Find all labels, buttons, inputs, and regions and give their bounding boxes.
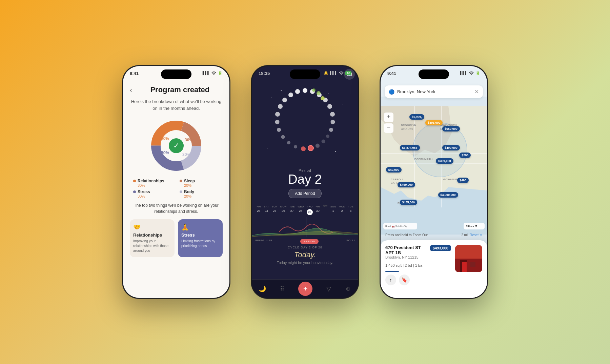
today-section: Today. Today might be your heaviest day. bbox=[252, 250, 358, 265]
price-bubble-450000[interactable]: $450,000 bbox=[398, 182, 415, 187]
search-input[interactable]: Brooklyn, New York bbox=[397, 89, 472, 94]
cal-day-wed28: WED28 bbox=[298, 205, 304, 215]
search-bar[interactable]: 🔵 Brooklyn, New York ✕ bbox=[385, 85, 483, 98]
status-icons-2: 🔔 ▌▌▌ 18 bbox=[324, 71, 351, 75]
price-bubble-399000[interactable]: $399,000 bbox=[436, 158, 453, 164]
svg-text:20%: 20% bbox=[161, 150, 169, 155]
cal-day-thu29-today: THU 29 bbox=[307, 205, 313, 215]
legend-pct-relationships: 30% bbox=[138, 183, 173, 187]
svg-text:−: − bbox=[387, 124, 391, 131]
svg-point-34 bbox=[287, 141, 290, 144]
property-address: 670 President ST APT 1B Brooklyn, NY 112… bbox=[385, 245, 430, 262]
nav-face-icon[interactable]: ☺ bbox=[345, 285, 351, 292]
card-rel-title: Relationships bbox=[133, 232, 171, 238]
card-stress[interactable]: 🧘 Stress Limiting frustrations by priori… bbox=[178, 219, 223, 257]
svg-point-14 bbox=[342, 104, 343, 104]
price-badge: $493,000 bbox=[430, 245, 451, 251]
today-label: Today. bbox=[252, 250, 358, 259]
svg-text:BOERUM HILL: BOERUM HILL bbox=[414, 158, 433, 161]
legend-dot-sleep bbox=[180, 180, 182, 182]
legend-name-relationships: Relationships bbox=[138, 179, 164, 183]
search-clear-icon[interactable]: ✕ bbox=[474, 88, 479, 95]
price-bubble-40000[interactable]: $40,000 bbox=[386, 167, 402, 173]
svg-point-22 bbox=[278, 104, 283, 109]
svg-text:30%: 30% bbox=[182, 152, 190, 157]
card-stress-icon: 🧘 bbox=[181, 223, 219, 231]
card-relationships[interactable]: 🤝 Relationships Improving your relations… bbox=[130, 219, 175, 257]
save-button[interactable]: 🔖 bbox=[399, 275, 410, 285]
price-bubble-1999[interactable]: $1,999, bbox=[409, 114, 424, 120]
property-card[interactable]: 670 President ST APT 1B Brooklyn, NY 112… bbox=[381, 240, 487, 298]
phone3-content: 🔵 Brooklyn, New York ✕ bbox=[381, 66, 487, 298]
svg-text:30%: 30% bbox=[185, 138, 193, 142]
legend-name-sleep: Sleep bbox=[184, 179, 195, 183]
battery-icon-2: 18 bbox=[345, 71, 351, 75]
svg-point-15 bbox=[335, 151, 336, 152]
status-icons-3: ▌▌▌ 🔋 bbox=[460, 71, 480, 75]
svg-text:Road 🚗  Satellite 🛰: Road 🚗 Satellite 🛰 bbox=[385, 225, 407, 228]
bottom-nav-2: 🌙 ⠿ + ▽ ☺ bbox=[252, 279, 358, 298]
svg-point-18 bbox=[303, 88, 307, 93]
svg-point-13 bbox=[328, 94, 329, 94]
legend-dot-stress bbox=[133, 190, 136, 193]
signal-icon-2: ▌▌▌ bbox=[330, 71, 337, 75]
map-reset-button[interactable]: Reset ⊕ bbox=[470, 233, 482, 237]
legend-body: Body 20% bbox=[180, 189, 219, 198]
cycle-indicators: IRREGULAR PERIOD FOLLI bbox=[252, 237, 358, 246]
price-bubble-290000[interactable]: $290 bbox=[459, 153, 471, 158]
back-button[interactable]: ‹ bbox=[130, 86, 132, 94]
cal-day-tue27: TUE27 bbox=[289, 205, 295, 215]
nav-dots-icon[interactable]: ⠿ bbox=[280, 285, 284, 292]
property-header: 670 President ST APT 1B Brooklyn, NY 112… bbox=[385, 245, 451, 262]
svg-point-30 bbox=[330, 112, 335, 117]
battery-icon-3: 🔋 bbox=[475, 71, 480, 75]
share-button[interactable]: ↑ bbox=[385, 275, 396, 285]
cycle-period: PERIOD bbox=[300, 239, 319, 244]
cal-day-tue3: TUE3 bbox=[348, 205, 353, 215]
add-period-button[interactable]: Add Period bbox=[288, 189, 321, 198]
price-bubble-490000[interactable]: $490,000 bbox=[442, 145, 460, 150]
svg-point-37 bbox=[308, 145, 313, 151]
cal-day-fri23: FRI23 bbox=[257, 205, 261, 215]
svg-rect-69 bbox=[455, 259, 482, 272]
svg-text:BROOKLYN: BROOKLYN bbox=[401, 124, 416, 127]
svg-text:20%: 20% bbox=[161, 136, 169, 141]
price-bubble-550000[interactable]: $550,000 bbox=[442, 126, 460, 132]
status-time-2: 18:35 bbox=[259, 71, 270, 76]
phone-wellness: 9:41 ▌▌▌ 🔋 ‹ Program created Here's the … bbox=[122, 65, 230, 299]
nav-triangle-icon[interactable]: ▽ bbox=[326, 285, 331, 292]
address-text: 670 President ST APT 1B bbox=[385, 245, 430, 255]
wifi-icon-1 bbox=[211, 71, 216, 75]
price-bubble-490000b[interactable]: $490 bbox=[457, 178, 469, 183]
cal-day-sat24: SAT24 bbox=[264, 205, 269, 215]
price-bubble-3874065[interactable]: $3,874,065 bbox=[400, 145, 420, 150]
phone1-header: ‹ Program created bbox=[130, 84, 223, 94]
property-actions: ↑ 🔖 bbox=[385, 275, 451, 285]
svg-text:HEIGHTS: HEIGHTS bbox=[401, 128, 413, 131]
price-bubble-4900000[interactable]: $4,900,000 bbox=[438, 192, 458, 198]
svg-point-20 bbox=[288, 93, 293, 97]
cal-day-mon2: MON2 bbox=[339, 205, 345, 215]
legend-dot-body bbox=[180, 190, 182, 193]
svg-point-12 bbox=[281, 90, 282, 91]
svg-text:GOWANUS: GOWANUS bbox=[443, 178, 458, 181]
cal-day-fri30: FRI30 bbox=[316, 205, 320, 215]
cycle-folli: FOLLI bbox=[346, 239, 355, 244]
svg-point-24 bbox=[275, 120, 280, 124]
legend-sleep: Sleep 20% bbox=[180, 179, 219, 187]
wifi-icon-2 bbox=[339, 71, 344, 75]
property-info: 670 President ST APT 1B Brooklyn, NY 112… bbox=[385, 245, 451, 293]
svg-point-29 bbox=[327, 104, 332, 109]
svg-text:✓: ✓ bbox=[173, 141, 179, 150]
map-view[interactable]: BROOKLYN HEIGHTS DOWNTOWN BROOKLYN BOERU… bbox=[381, 97, 487, 244]
nav-moon-icon[interactable]: 🌙 bbox=[259, 285, 266, 292]
separator-line bbox=[385, 271, 399, 272]
status-time-1: 9:41 bbox=[130, 71, 139, 76]
price-bubble-455000[interactable]: $455,000 bbox=[400, 200, 418, 205]
nav-add-button[interactable]: + bbox=[298, 282, 312, 296]
svg-point-25 bbox=[277, 128, 281, 132]
subtitle-text: Here's the breakdown of what we'll be wo… bbox=[130, 98, 223, 112]
phone1-content: ‹ Program created Here's the breakdown o… bbox=[123, 66, 229, 298]
price-bubble-493000-active[interactable]: $493,000 bbox=[425, 120, 443, 125]
svg-point-40 bbox=[326, 135, 329, 138]
